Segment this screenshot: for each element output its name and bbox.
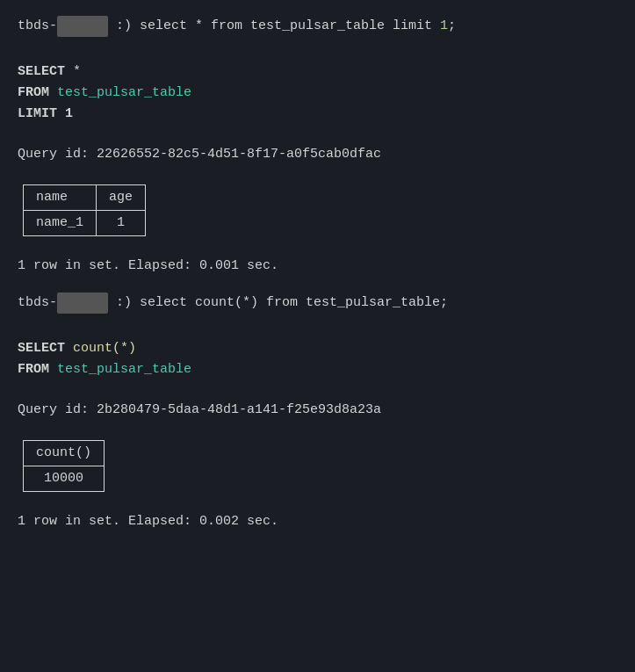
table-header-row-1: name age bbox=[24, 185, 146, 211]
col-header-name: name bbox=[24, 185, 97, 211]
elapsed-text-1: 1 row in set. Elapsed: 0.001 sec. bbox=[18, 258, 278, 273]
elapsed-1: 1 row in set. Elapsed: 0.001 sec. bbox=[18, 256, 617, 277]
session2-command: tbds-██████ :) select count(*) from test… bbox=[18, 293, 617, 314]
prompt-suffix-2: :) select count(*) from test_pulsar_tabl… bbox=[108, 295, 448, 310]
command-line-1: tbds-██████ :) select * from test_pulsar… bbox=[18, 16, 617, 37]
sql-line-select-1: SELECT * bbox=[18, 61, 617, 83]
prompt-suffix-1: :) select * from test_pulsar_table limit bbox=[108, 18, 440, 33]
result-table-1: name age name_1 1 bbox=[23, 184, 146, 236]
keyword-from-1: FROM bbox=[18, 85, 49, 100]
cell-age-1: 1 bbox=[97, 211, 146, 236]
blank-3 bbox=[18, 165, 617, 181]
limit-number: 1 bbox=[440, 18, 448, 33]
blank-1 bbox=[18, 42, 617, 58]
prompt-end-1: ; bbox=[448, 18, 456, 33]
table-header-row-2: count() bbox=[24, 441, 105, 466]
blank-7 bbox=[18, 384, 617, 400]
elapsed-2: 1 row in set. Elapsed: 0.002 sec. bbox=[18, 511, 617, 532]
table-name-2: test_pulsar_table bbox=[49, 362, 191, 377]
blank-5 bbox=[18, 277, 617, 293]
sql-space-2 bbox=[65, 341, 73, 356]
result-table-2: count() 10000 bbox=[23, 440, 105, 492]
sql-line-limit: LIMIT 1 bbox=[18, 104, 617, 125]
sql-line-from-2: FROM test_pulsar_table bbox=[18, 359, 617, 380]
keyword-select-2: SELECT bbox=[18, 341, 65, 356]
keyword-limit: LIMIT 1 bbox=[18, 106, 73, 121]
table-name-1: test_pulsar_table bbox=[49, 85, 191, 100]
session1-command: tbds-██████ :) select * from test_pulsar… bbox=[18, 16, 617, 37]
col-header-count: count() bbox=[24, 441, 105, 466]
sql-function-2: count(*) bbox=[73, 341, 136, 356]
result-table-container-1: name age name_1 1 bbox=[18, 184, 617, 236]
table-row-2: 10000 bbox=[24, 466, 105, 492]
prompt-blurred-2: ██████ bbox=[57, 293, 108, 314]
prompt-prefix-1: tbds- bbox=[18, 18, 57, 33]
sql-block-1: SELECT * FROM test_pulsar_table LIMIT 1 bbox=[18, 61, 617, 125]
blank-6 bbox=[18, 319, 617, 335]
query-id-label-1: Query id: bbox=[18, 147, 97, 162]
blank-2 bbox=[18, 128, 617, 144]
sql-line-from-1: FROM test_pulsar_table bbox=[18, 83, 617, 104]
col-header-age: age bbox=[97, 185, 146, 211]
prompt-blurred-1: ██████ bbox=[57, 16, 108, 37]
keyword-from-2: FROM bbox=[18, 362, 49, 377]
query-id-label-2: Query id: bbox=[18, 402, 97, 417]
result-table-container-2: count() 10000 bbox=[18, 440, 617, 492]
query-id-value-2: 2b280479-5daa-48d1-a141-f25e93d8a23a bbox=[97, 402, 381, 417]
table-row-1: name_1 1 bbox=[24, 211, 146, 236]
sql-star-1: * bbox=[65, 64, 81, 79]
command-line-2: tbds-██████ :) select count(*) from test… bbox=[18, 293, 617, 314]
blank-9 bbox=[18, 495, 617, 511]
sql-block-2: SELECT count(*) FROM test_pulsar_table bbox=[18, 338, 617, 380]
query-id-value-1: 22626552-82c5-4d51-8f17-a0f5cab0dfac bbox=[97, 147, 381, 162]
blank-4 bbox=[18, 240, 617, 256]
query-id-line-2: Query id: 2b280479-5daa-48d1-a141-f25e93… bbox=[18, 400, 617, 421]
prompt-prefix-2: tbds- bbox=[18, 295, 57, 310]
cell-count-1: 10000 bbox=[24, 466, 105, 492]
blank-8 bbox=[18, 421, 617, 437]
elapsed-text-2: 1 row in set. Elapsed: 0.002 sec. bbox=[18, 514, 278, 529]
query-id-line-1: Query id: 22626552-82c5-4d51-8f17-a0f5ca… bbox=[18, 144, 617, 165]
sql-line-select-2: SELECT count(*) bbox=[18, 338, 617, 359]
cell-name-1: name_1 bbox=[24, 211, 97, 236]
keyword-select-1: SELECT bbox=[18, 64, 65, 79]
